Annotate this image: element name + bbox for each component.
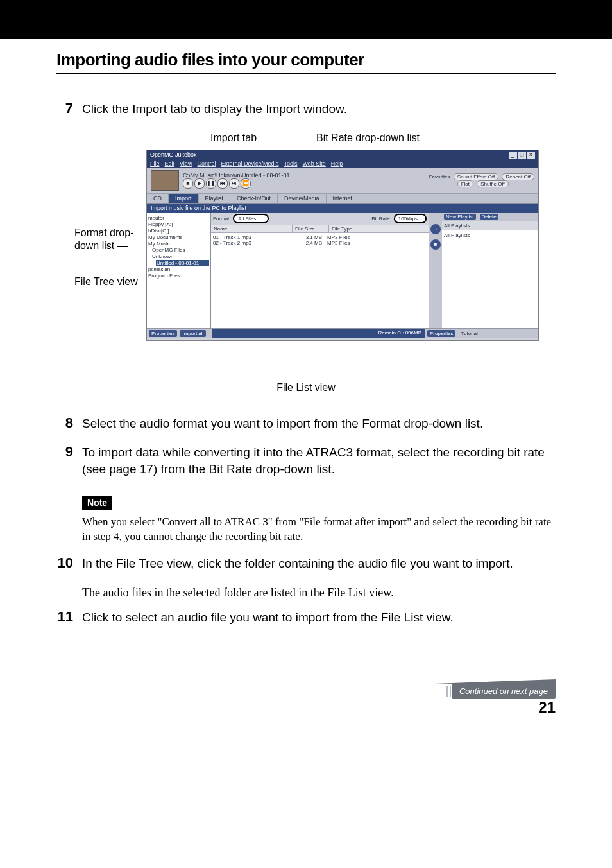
step-8-text: Select the audio format you want to impo… [82,415,556,432]
window-controls[interactable]: _□× [508,152,535,159]
step-10-number: 10 [56,555,73,572]
transport-controls[interactable]: ■▶❚❚⏮⏭⏪ [183,178,290,189]
tab-cd: CD [147,194,169,203]
step-9-text: To import data while converting it into … [82,444,556,477]
app-window: OpenMG Jukebox _□× FileEditViewControlEx… [146,150,539,341]
tab-internet: Internet [327,194,360,203]
bitrate-dropdown[interactable]: 105kbps [394,214,427,223]
step-10-sub: The audio files in the selected folder a… [82,585,556,600]
stop-icon: ■ [183,178,193,189]
flat-dd[interactable]: Flat [457,180,473,187]
disk-remain: Remain C : 896MB [212,329,425,338]
repeat-dd[interactable]: Repeat Off [502,173,534,180]
step-8-number: 8 [56,415,73,432]
list-item: 02 - Track 2.mp32.4 MBMP3 Files [213,240,427,246]
screenshot-figure: Import tab Bit Rate drop-down list Forma… [56,130,556,374]
file-list-panel: Format All Files Bit Rate 105kbps NameFi… [211,213,429,328]
minimize-icon: _ [509,152,517,159]
label-bitrate-dd: Bit Rate drop-down list [316,132,420,144]
next-icon: ⏭ [229,178,239,189]
path-display: C:\My Music\Unknown\Untitled - 08-01-01 [183,172,290,178]
properties-button-2[interactable]: Properties [427,330,455,337]
step-10-text: In the File Tree view, click the folder … [82,555,556,572]
pause-icon: ❚❚ [206,178,216,189]
rew-icon: ⏪ [241,178,251,189]
tutorial-label: Tutorial [458,330,480,337]
tab-checkinout: Check-In/Out [230,194,278,203]
shuffle-dd[interactable]: Shuffle Off [477,180,509,187]
playlist-tree[interactable]: All Playlists [442,230,538,240]
app-title: OpenMG Jukebox [150,152,197,158]
file-tree[interactable]: mputerFloppy [A:]hDisc[C:]My DocumentsMy… [147,213,211,328]
page-number: 21 [56,699,556,716]
page-title: Importing audio files into your computer [56,50,556,70]
prev-icon: ⏮ [217,178,228,189]
instruction-bar: Import music file on the PC to Playlist [147,204,538,213]
step-11-text: Click to select an audio file you want t… [82,609,556,626]
properties-button[interactable]: Properties [149,330,177,337]
favorites-label: Favorites [429,174,450,180]
label-import-tab: Import tab [210,132,257,144]
toolbar: C:\My Music\Unknown\Untitled - 08-01-01 … [147,168,538,194]
step-7-number: 7 [56,101,73,117]
note-text: When you select "Convert all to ATRAC 3"… [82,515,556,544]
main-tabs[interactable]: CD Import Playlist Check-In/Out Device/M… [147,194,538,204]
play-icon: ▶ [194,178,205,189]
maximize-icon: □ [518,152,526,159]
continued-banner: Continued on next page [452,684,556,699]
action-column[interactable]: → ■ [429,213,442,328]
import-button: → [430,224,441,234]
label-format-dd: Format drop-down list [74,227,139,252]
label-filelist: File List view [56,382,556,394]
tab-playlist: Playlist [199,194,231,203]
delete-button[interactable]: Delete [480,214,498,220]
format-label: Format [213,216,229,221]
playlist-panel: New PlaylistDelete All Playlists All Pla… [442,213,538,328]
menu-bar[interactable]: FileEditViewControlExternal Device/Media… [147,160,538,168]
note-badge: Note [82,496,112,510]
album-art [151,170,179,191]
status-footer: PropertiesImport all Remain C : 896MB Pr… [147,328,538,338]
close-icon: × [527,152,535,159]
sfx-dd[interactable]: Sound Effect Off [454,173,498,180]
list-item: 01 - Track 1.mp33.1 MBMP3 Files [213,234,427,240]
playlist-header[interactable]: All Playlists [442,221,538,230]
new-playlist-button[interactable]: New Playlist [444,214,476,220]
tab-import: Import [169,194,199,203]
import-all-button[interactable]: Import all [180,330,206,337]
label-filetree: File Tree view [74,275,139,301]
title-rule [56,73,556,74]
step-11-number: 11 [56,609,73,626]
top-black-bar [0,0,612,39]
tab-device: Device/Media [278,194,327,203]
stop-button: ■ [430,239,441,250]
bitrate-label: Bit Rate [371,216,389,221]
format-dropdown[interactable]: All Files [233,214,269,223]
file-list[interactable]: 01 - Track 1.mp33.1 MBMP3 Files 02 - Tra… [211,233,429,247]
step-9-number: 9 [56,444,73,477]
titlebar: OpenMG Jukebox _□× [147,150,538,160]
step-7-text: Click the Import tab to display the Impo… [82,101,556,117]
column-headers[interactable]: NameFile SizeFile Type [211,225,429,233]
